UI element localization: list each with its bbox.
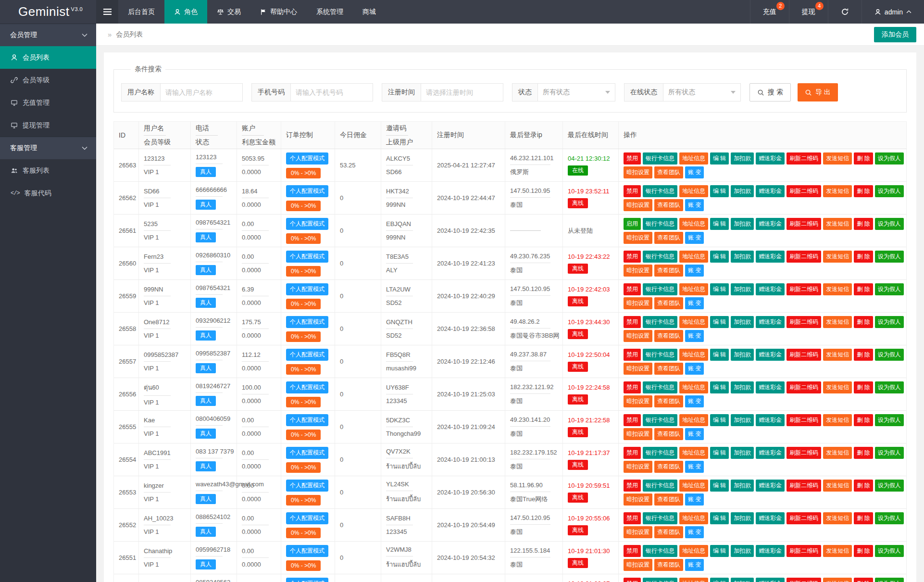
send-sms-button[interactable]: 发送短信	[823, 185, 852, 197]
delete-button[interactable]: 删 除	[854, 218, 873, 230]
account-change-button[interactable]: 账 变	[685, 330, 704, 342]
add-member-button[interactable]: 添加会员	[874, 27, 916, 42]
delete-button[interactable]: 删 除	[854, 512, 873, 524]
edit-button[interactable]: 编 辑	[710, 545, 729, 557]
sidebar-item-service-list[interactable]: 客服列表	[0, 159, 96, 182]
nav-item-dashboard[interactable]: 后台首页	[118, 0, 164, 24]
send-sms-button[interactable]: 发送短信	[823, 349, 852, 361]
gift-bonus-button[interactable]: 赠送彩金	[756, 512, 785, 524]
add-deduct-button[interactable]: 加扣款	[731, 218, 754, 230]
send-sms-button[interactable]: 发送短信	[823, 414, 852, 426]
refresh-qrcode-button[interactable]: 刷新二维码	[787, 152, 821, 164]
recharge-notice-button[interactable]: 充值 2	[750, 0, 789, 24]
send-sms-button[interactable]: 发送短信	[823, 218, 852, 230]
account-change-button[interactable]: 账 变	[685, 559, 704, 571]
account-change-button[interactable]: 账 变	[685, 265, 704, 277]
address-info-button[interactable]: 地址信息	[679, 283, 708, 295]
bank-card-info-button[interactable]: 银行卡信息	[643, 414, 677, 426]
view-team-button[interactable]: 查看团队	[654, 461, 683, 473]
add-deduct-button[interactable]: 加扣款	[731, 251, 754, 263]
view-team-button[interactable]: 查看团队	[654, 395, 683, 407]
edit-button[interactable]: 编 辑	[710, 578, 729, 582]
add-deduct-button[interactable]: 加扣款	[731, 349, 754, 361]
gift-bonus-button[interactable]: 赠送彩金	[756, 480, 785, 492]
disable-button[interactable]: 禁用	[624, 152, 641, 164]
view-team-button[interactable]: 查看团队	[654, 166, 683, 178]
online-status-select[interactable]: 所有状态	[663, 83, 741, 101]
bank-card-info-button[interactable]: 银行卡信息	[643, 251, 677, 263]
gift-bonus-button[interactable]: 赠送彩金	[756, 283, 785, 295]
add-deduct-button[interactable]: 加扣款	[731, 447, 754, 459]
bank-card-info-button[interactable]: 银行卡信息	[643, 349, 677, 361]
send-sms-button[interactable]: 发送短信	[823, 480, 852, 492]
send-sms-button[interactable]: 发送短信	[823, 316, 852, 328]
gift-bonus-button[interactable]: 赠送彩金	[756, 251, 785, 263]
delete-button[interactable]: 删 除	[854, 381, 873, 393]
edit-button[interactable]: 编 辑	[710, 349, 729, 361]
address-info-button[interactable]: 地址信息	[679, 414, 708, 426]
set-fake-button[interactable]: 设为假人	[875, 545, 904, 557]
status-select[interactable]: 所有状态	[537, 83, 615, 101]
address-info-button[interactable]: 地址信息	[679, 185, 708, 197]
view-team-button[interactable]: 查看团队	[654, 265, 683, 277]
send-sms-button[interactable]: 发送短信	[823, 251, 852, 263]
account-change-button[interactable]: 账 变	[685, 493, 704, 506]
set-fake-button[interactable]: 设为假人	[875, 218, 904, 230]
send-sms-button[interactable]: 发送短信	[823, 283, 852, 295]
gift-bonus-button[interactable]: 赠送彩金	[756, 218, 785, 230]
sidebar-item-member-level[interactable]: 会员等级	[0, 69, 96, 91]
account-change-button[interactable]: 账 变	[685, 461, 704, 473]
delete-button[interactable]: 删 除	[854, 480, 873, 492]
sidebar-item-member-list[interactable]: 会员列表	[0, 46, 96, 69]
edit-button[interactable]: 编 辑	[710, 185, 729, 197]
edit-button[interactable]: 编 辑	[710, 381, 729, 393]
enable-button[interactable]: 启用	[624, 218, 641, 230]
gift-bonus-button[interactable]: 赠送彩金	[756, 381, 785, 393]
account-change-button[interactable]: 账 变	[685, 232, 704, 244]
edit-button[interactable]: 编 辑	[710, 283, 729, 295]
add-deduct-button[interactable]: 加扣款	[731, 545, 754, 557]
nav-item-help-center[interactable]: 帮助中心	[250, 0, 307, 24]
account-change-button[interactable]: 账 变	[685, 363, 704, 375]
gift-bonus-button[interactable]: 赠送彩金	[756, 578, 785, 582]
gift-bonus-button[interactable]: 赠送彩金	[756, 545, 785, 557]
add-deduct-button[interactable]: 加扣款	[731, 152, 754, 164]
disable-button[interactable]: 禁用	[624, 512, 641, 524]
disable-button[interactable]: 禁用	[624, 283, 641, 295]
hidden-deduct-settings-button[interactable]: 暗扣设置	[624, 363, 652, 375]
search-button[interactable]: 搜 索	[749, 83, 791, 101]
disable-button[interactable]: 禁用	[624, 414, 641, 426]
send-sms-button[interactable]: 发送短信	[823, 545, 852, 557]
bank-card-info-button[interactable]: 银行卡信息	[643, 480, 677, 492]
set-fake-button[interactable]: 设为假人	[875, 480, 904, 492]
export-button[interactable]: 导 出	[798, 83, 838, 101]
add-deduct-button[interactable]: 加扣款	[731, 381, 754, 393]
set-fake-button[interactable]: 设为假人	[875, 283, 904, 295]
account-change-button[interactable]: 账 变	[685, 526, 704, 538]
set-fake-button[interactable]: 设为假人	[875, 251, 904, 263]
address-info-button[interactable]: 地址信息	[679, 545, 708, 557]
view-team-button[interactable]: 查看团队	[654, 199, 683, 211]
disable-button[interactable]: 禁用	[624, 578, 641, 582]
gift-bonus-button[interactable]: 赠送彩金	[756, 349, 785, 361]
sidebar-item-recharge-management[interactable]: 充值管理	[0, 91, 96, 114]
view-team-button[interactable]: 查看团队	[654, 428, 683, 440]
disable-button[interactable]: 禁用	[624, 251, 641, 263]
edit-button[interactable]: 编 辑	[710, 414, 729, 426]
hidden-deduct-settings-button[interactable]: 暗扣设置	[624, 199, 652, 211]
view-team-button[interactable]: 查看团队	[654, 363, 683, 375]
disable-button[interactable]: 禁用	[624, 545, 641, 557]
account-change-button[interactable]: 账 变	[685, 199, 704, 211]
account-change-button[interactable]: 账 变	[685, 395, 704, 407]
account-change-button[interactable]: 账 变	[685, 428, 704, 440]
delete-button[interactable]: 删 除	[854, 447, 873, 459]
refresh-qrcode-button[interactable]: 刷新二维码	[787, 218, 821, 230]
hidden-deduct-settings-button[interactable]: 暗扣设置	[624, 526, 652, 538]
delete-button[interactable]: 删 除	[854, 185, 873, 197]
send-sms-button[interactable]: 发送短信	[823, 447, 852, 459]
gift-bonus-button[interactable]: 赠送彩金	[756, 414, 785, 426]
refresh-qrcode-button[interactable]: 刷新二维码	[787, 381, 821, 393]
gift-bonus-button[interactable]: 赠送彩金	[756, 152, 785, 164]
refresh-qrcode-button[interactable]: 刷新二维码	[787, 185, 821, 197]
refresh-qrcode-button[interactable]: 刷新二维码	[787, 251, 821, 263]
